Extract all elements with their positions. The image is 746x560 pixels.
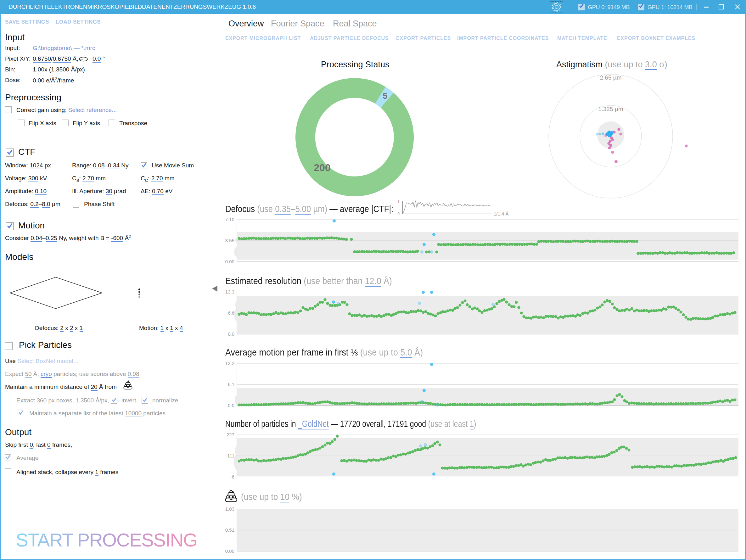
- svg-text:1/1.4 Å: 1/1.4 Å: [494, 211, 509, 216]
- svg-text:200: 200: [314, 162, 331, 173]
- svg-text:0.51: 0.51: [225, 527, 234, 533]
- svg-text:13.3: 13.3: [225, 289, 234, 294]
- svg-text:6.1: 6.1: [228, 382, 234, 387]
- svg-text:111: 111: [227, 453, 234, 459]
- svg-text:0.00: 0.00: [225, 259, 234, 264]
- svg-text:0.0: 0.0: [228, 403, 234, 408]
- svg-text:12.2: 12.2: [225, 360, 234, 366]
- svg-text:1.03: 1.03: [225, 506, 234, 511]
- svg-text:3.55: 3.55: [225, 238, 234, 243]
- svg-text:5: 5: [382, 91, 387, 101]
- svg-text:1.325 µm: 1.325 µm: [598, 106, 623, 112]
- svg-text:2.65 µm: 2.65 µm: [600, 74, 622, 81]
- svg-text:7.10: 7.10: [225, 217, 234, 222]
- svg-text:6.6: 6.6: [228, 310, 234, 316]
- svg-text:1: 1: [397, 200, 400, 204]
- svg-text:0.0: 0.0: [228, 331, 234, 336]
- svg-text:-6: -6: [230, 474, 234, 479]
- svg-text:0: 0: [397, 212, 400, 216]
- svg-text:227: 227: [227, 432, 234, 437]
- svg-text:0.00: 0.00: [225, 548, 234, 554]
